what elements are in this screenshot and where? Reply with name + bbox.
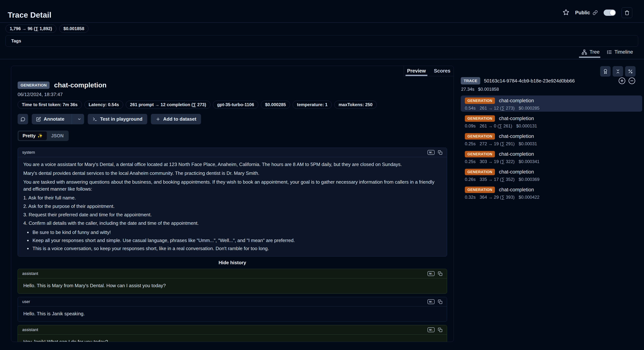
tab-timeline[interactable]: Timeline [606,49,633,58]
observation-stat-badge: gpt-35-turbo-1106 [213,101,258,109]
observation-list: GENERATIONchat-completion0.54s261 → 12 (… [461,96,642,201]
observation-latency: 0.32s [465,195,476,200]
observation-cost: $0.00031 [518,141,537,146]
format-json-button[interactable]: JSON [47,132,68,140]
copy-icon[interactable] [438,150,442,155]
tabs-divider [0,59,644,59]
star-icon[interactable] [563,9,569,16]
trace-cost: $0.001858 [478,87,499,92]
tree-observation-item[interactable]: GENERATIONchat-completion0.25s272 → 19 (… [461,131,642,147]
test-in-playground-button[interactable]: Test in playground [88,114,147,124]
observation-type-badge: GENERATION [18,82,50,89]
message-role: system [22,150,35,155]
format-pretty-button[interactable]: Pretty ✨ [18,132,47,140]
markdown-icon[interactable]: M↓ [428,271,434,276]
tree-observation-item[interactable]: GENERATIONchat-completion0.09s261 → 0 (∑… [461,113,642,130]
message-actions: M↓ [428,271,442,276]
copy-icon[interactable] [438,328,442,332]
hide-history-button[interactable]: Hide history [18,260,447,266]
chevrons-down-up-icon [615,69,620,74]
observation-item-stats: 0.26s335 → 17 (∑ 352)$0.000369 [465,177,642,182]
tree-icon [582,50,587,55]
observation-stat-badge: Time to first token: 7m 36s [18,101,82,109]
message-header: systemM↓ [18,148,447,157]
trace-stats-row: 1,796 → 96 (∑ 1,892)$0.001858 [6,24,88,33]
observation-panel: Preview Scores GENERATION chat-completio… [11,66,454,342]
observation-stat-badge: Latency: 0.54s [84,101,123,109]
link-icon [592,10,598,15]
comment-button[interactable] [18,114,28,124]
toggle-knob [610,10,615,15]
observation-item-title: chat-completion [499,116,534,122]
collapse-all-button[interactable] [612,66,623,76]
observation-tokens: 335 → 17 (∑ 352) [480,177,515,182]
messages-container: systemM↓You are a voice assistant for Ma… [18,148,447,342]
annotate-button[interactable]: Annotate [32,114,69,124]
circle-minus-icon[interactable] [628,77,636,84]
markdown-icon[interactable]: M↓ [428,150,434,155]
markdown-icon[interactable]: M↓ [428,299,434,304]
public-toggle[interactable] [604,10,616,16]
message-assistant: assistantM↓Hello. This is Mary from Mary… [18,269,447,294]
copy-icon[interactable] [438,272,442,276]
tab-tree[interactable]: Tree [582,49,600,58]
observation-cost: $0.000369 [518,177,539,182]
observation-item-stats: 0.32s364 → 29 (∑ 393)$0.000422 [465,195,642,200]
message-actions: M↓ [428,299,442,304]
tree-observation-item[interactable]: GENERATIONchat-completion0.25s303 → 19 (… [461,149,642,165]
observation-item-title: chat-completion [499,134,534,139]
generation-type-badge: GENERATION [465,151,495,157]
observation-stat-badge: temperature: 1 [293,101,332,109]
trace-type-badge: TRACE [461,77,480,84]
delete-trace-button[interactable] [622,7,632,18]
tab-timeline-label: Timeline [614,49,633,55]
public-share: Public [575,10,598,16]
circle-plus-icon[interactable] [618,77,626,84]
plus-icon [156,117,160,122]
metrics-toggle-button[interactable] [625,66,636,76]
format-toggle: Pretty ✨ JSON [18,130,69,141]
message-content: Hello. This is Mary from Mary's Dental. … [18,278,447,294]
message-actions: M↓ [428,150,442,155]
message-assistant: assistantM↓Hey Janik! What can I do for … [18,325,447,342]
chevron-down-icon [77,117,81,121]
observation-item-title: chat-completion [499,187,534,193]
copy-icon[interactable] [438,300,442,304]
observation-cost: $0.000422 [518,195,539,200]
tab-scores[interactable]: Scores [434,66,450,76]
observation-latency: 0.25s [465,141,476,146]
observation-actions: Annotate Test in playground Add to datas… [18,114,447,124]
header-actions: Public [563,7,632,18]
observation-tokens: 364 → 29 (∑ 393) [480,195,515,200]
message-user: userM↓Hello. This is Janik speaking. [18,297,447,322]
observation-tokens: 261 → 12 (∑ 273) [480,106,515,111]
observation-tokens: 272 → 19 (∑ 291) [480,141,515,146]
observation-tokens: 261 → 0 (∑ 261) [480,124,512,128]
scores-toggle-button[interactable] [600,66,610,76]
trace-row-icons [618,77,636,84]
observation-item-title: chat-completion [499,169,534,175]
tags-label: Tags [11,38,21,44]
message-role: user [22,299,30,304]
generation-type-badge: GENERATION [465,169,495,175]
annotate-dropdown-button[interactable] [74,114,84,124]
tree-observation-item[interactable]: GENERATIONchat-completion0.54s261 → 12 (… [461,96,642,112]
observation-cost: $0.000131 [516,124,537,128]
markdown-icon[interactable]: M↓ [428,328,434,332]
comment-icon [20,117,25,122]
add-to-dataset-button[interactable]: Add to dataset [151,114,201,124]
observation-cost: $0.000341 [518,159,539,164]
tree-observation-item[interactable]: GENERATIONchat-completion0.32s364 → 29 (… [461,184,642,201]
observation-timestamp: 06/12/2024, 18:37:47 [18,92,447,97]
dataset-label: Add to dataset [163,116,196,122]
timeline-icon [606,50,612,55]
trace-root-row[interactable]: TRACE 50163c14-9784-4cb9-b18e-23e924d0bb… [461,77,642,84]
percent-icon [628,69,633,74]
tree-controls [600,66,636,76]
tree-observation-item[interactable]: GENERATIONchat-completion0.26s335 → 17 (… [461,167,642,183]
trace-tokens-badge: 1,796 → 96 (∑ 1,892) [6,24,56,33]
tab-preview[interactable]: Preview [407,66,426,76]
observation-tokens: 303 → 19 (∑ 322) [480,159,515,164]
trash-icon [624,10,630,15]
tags-box[interactable]: Tags [6,35,638,47]
